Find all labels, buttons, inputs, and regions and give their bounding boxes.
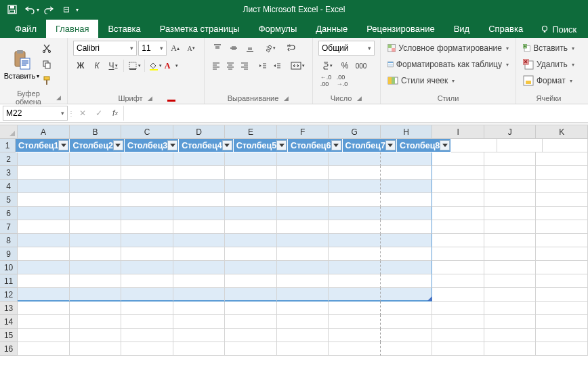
name-box[interactable]: M22▾ xyxy=(3,106,68,121)
cell[interactable] xyxy=(18,207,70,220)
cell[interactable] xyxy=(173,261,226,274)
column-header[interactable]: F xyxy=(277,125,329,139)
cell[interactable] xyxy=(536,288,588,302)
cell[interactable] xyxy=(70,261,122,274)
cell[interactable] xyxy=(277,247,329,261)
cell[interactable] xyxy=(381,193,433,207)
cell[interactable] xyxy=(277,261,329,274)
cell[interactable] xyxy=(70,234,122,247)
cell[interactable] xyxy=(484,193,537,207)
cell[interactable] xyxy=(536,207,588,220)
cell[interactable] xyxy=(18,302,70,315)
table-header-cell[interactable]: Столбец4 xyxy=(179,139,233,152)
cell[interactable] xyxy=(381,315,433,329)
cell[interactable] xyxy=(536,152,588,166)
save-button[interactable] xyxy=(4,1,20,18)
copy-button[interactable] xyxy=(39,57,54,72)
column-header[interactable]: K xyxy=(536,125,588,139)
cell[interactable] xyxy=(432,166,484,180)
formula-input[interactable] xyxy=(123,106,588,121)
cell[interactable] xyxy=(432,329,484,342)
cell[interactable] xyxy=(329,302,381,315)
cell[interactable] xyxy=(121,234,173,247)
align-center-button[interactable] xyxy=(224,58,237,73)
cancel-formula-button[interactable]: ✕ xyxy=(75,106,91,121)
cell[interactable] xyxy=(536,315,588,329)
paste-button[interactable]: Вставить▾ xyxy=(5,49,38,80)
cell[interactable] xyxy=(329,261,381,274)
cell[interactable] xyxy=(432,288,484,302)
column-header[interactable]: C xyxy=(121,125,173,139)
cell[interactable] xyxy=(536,261,588,274)
format-as-table-button[interactable]: Форматировать как таблицу▾ xyxy=(386,57,510,72)
cell[interactable] xyxy=(381,329,433,342)
cell[interactable] xyxy=(536,220,588,234)
cell[interactable] xyxy=(121,274,173,288)
cell[interactable] xyxy=(381,152,433,166)
select-all-corner[interactable] xyxy=(0,125,18,139)
cell[interactable] xyxy=(225,261,277,274)
insert-function-button[interactable]: fx xyxy=(107,106,123,121)
cell[interactable] xyxy=(484,288,537,302)
cell[interactable] xyxy=(432,342,484,356)
cell[interactable] xyxy=(121,166,173,180)
cell[interactable] xyxy=(432,274,484,288)
decrease-decimal-button[interactable]: .00→.0 xyxy=(335,73,350,88)
row-header[interactable]: 13 xyxy=(0,302,18,315)
table-header-cell[interactable]: Столбец8 xyxy=(397,139,451,152)
cell[interactable] xyxy=(277,342,329,356)
cell[interactable] xyxy=(225,152,277,166)
cell[interactable] xyxy=(277,288,329,302)
cell[interactable] xyxy=(484,247,537,261)
cell[interactable] xyxy=(277,207,329,220)
cell[interactable] xyxy=(329,288,381,302)
cell[interactable] xyxy=(381,234,433,247)
cell[interactable] xyxy=(329,274,381,288)
cell[interactable] xyxy=(432,315,484,329)
orientation-button[interactable]: ab▾ xyxy=(263,41,278,56)
cell[interactable] xyxy=(121,193,173,207)
tab-insert[interactable]: Вставка xyxy=(98,20,150,38)
cell[interactable] xyxy=(225,329,277,342)
cell[interactable] xyxy=(173,288,226,302)
font-size-combo[interactable]: 11▾ xyxy=(138,41,166,56)
cell[interactable] xyxy=(329,180,381,193)
redo-button[interactable] xyxy=(41,1,57,18)
cell[interactable] xyxy=(121,261,173,274)
cell[interactable] xyxy=(121,220,173,234)
cell[interactable] xyxy=(18,261,70,274)
cell[interactable] xyxy=(536,274,588,288)
row-header[interactable]: 11 xyxy=(0,274,18,288)
align-bottom-button[interactable] xyxy=(243,41,257,56)
cell[interactable] xyxy=(121,329,173,342)
cell[interactable] xyxy=(70,166,122,180)
cell[interactable] xyxy=(18,220,70,234)
cell[interactable] xyxy=(173,166,226,180)
cell[interactable] xyxy=(225,220,277,234)
align-right-button[interactable] xyxy=(238,58,251,73)
cell[interactable] xyxy=(173,152,226,166)
cell-styles-button[interactable]: Стили ячеек▾ xyxy=(386,73,510,88)
cell[interactable] xyxy=(381,166,433,180)
cell[interactable] xyxy=(277,220,329,234)
cell[interactable] xyxy=(18,342,70,356)
cell[interactable] xyxy=(225,342,277,356)
percent-format-button[interactable]: % xyxy=(337,58,352,73)
alignment-launcher[interactable]: ◢ xyxy=(282,95,289,102)
cell[interactable] xyxy=(432,261,484,274)
font-name-combo[interactable]: Calibri▾ xyxy=(73,41,137,56)
cell[interactable] xyxy=(18,152,70,166)
row-header[interactable]: 12 xyxy=(0,288,18,302)
tab-help[interactable]: Справка xyxy=(479,20,532,38)
row-header[interactable]: 2 xyxy=(0,152,18,166)
cell[interactable] xyxy=(277,234,329,247)
bold-button[interactable]: Ж xyxy=(73,58,88,73)
font-launcher[interactable]: ◢ xyxy=(147,95,154,102)
search-box[interactable]: Поиск xyxy=(532,24,585,38)
cell[interactable] xyxy=(329,220,381,234)
decrease-indent-button[interactable] xyxy=(256,58,269,73)
table-header-cell[interactable]: Столбец5 xyxy=(234,139,288,152)
cell[interactable] xyxy=(225,315,277,329)
wrap-text-button[interactable]: ab xyxy=(283,41,298,56)
row-header[interactable]: 7 xyxy=(0,220,18,234)
